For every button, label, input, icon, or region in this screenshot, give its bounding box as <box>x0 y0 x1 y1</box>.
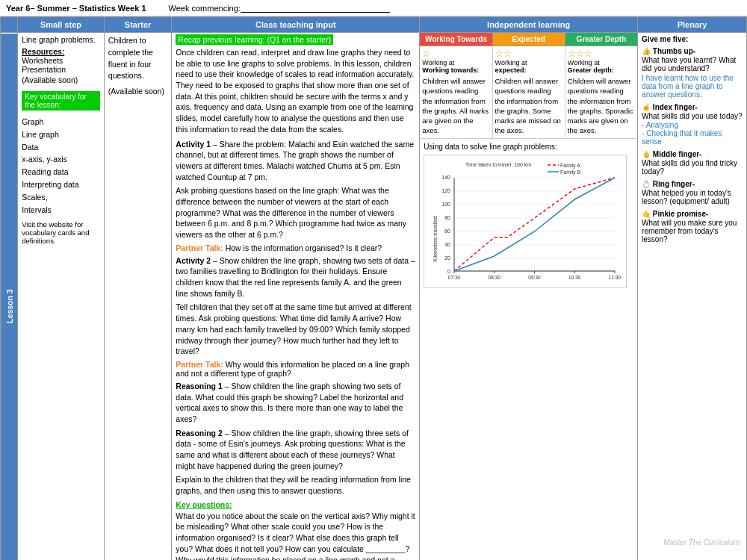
activity1-label: Activity 1 <box>176 140 211 149</box>
small-step-title: Line graph problems. <box>22 35 100 44</box>
vocab-reading-data: Reading data <box>22 166 100 178</box>
family-a-line <box>454 178 615 271</box>
wt-stars: ☆ <box>422 49 489 59</box>
partner-talk-1-text: How is the information organised? Is it … <box>226 243 382 252</box>
indep-bottom-text: Using data to solve line graph problems: <box>424 143 633 151</box>
index-blue-text-1: - Analysing <box>642 121 743 129</box>
reasoning2-label: Reasoning 2 <box>176 429 222 438</box>
probing-text: Ask probing questions based on the line … <box>176 185 415 240</box>
svg-text:Time: Time <box>529 281 540 282</box>
key-vocab-button: Key vocabulary for the lesson: <box>22 91 100 111</box>
activity1-text: Activity 1 – Share the problem: Malachi … <box>176 139 415 183</box>
line-chart: Time taken to travel: 100 km Family A Fa… <box>428 159 622 282</box>
index-section: ☝ Index finger- What skills did you use … <box>642 103 743 146</box>
family-b-line <box>454 178 615 271</box>
thumb-label: Thumbs up- <box>653 47 695 55</box>
svg-text:Kilometres travelled: Kilometres travelled <box>433 216 438 262</box>
wt-working-at: Working at <box>422 59 489 66</box>
reasoning1-text: Reasoning 1 – Show children the line gra… <box>176 381 415 425</box>
resources-label: Resources: <box>22 47 100 56</box>
thumb-text: What have you learnt? What did you under… <box>642 56 743 72</box>
tell-children-text: Tell children that they set off at the s… <box>176 302 415 356</box>
partner-talk-2-label: Partner Talk: <box>176 360 223 369</box>
recap-label: Recap previous learning: (Q1 on the star… <box>176 34 333 45</box>
middle-section: 🖕 Middle finger- What skills did you fin… <box>642 150 743 175</box>
exp-text: Children will answer questions reading t… <box>495 76 562 136</box>
reasoning1-label: Reasoning 1 <box>176 382 222 391</box>
available-soon: (Available soon) <box>22 75 100 84</box>
gd-desc: Greater depth: <box>568 66 635 74</box>
teaching-header: Class teaching input <box>172 17 420 33</box>
svg-text:Family B: Family B <box>560 169 581 175</box>
ring-label: Ring finger- <box>653 180 695 188</box>
explain-text: Explain to the children that they will b… <box>176 474 415 496</box>
main-content-row: Lesson 3 Line graph problems. Resources:… <box>1 33 747 561</box>
svg-text:40: 40 <box>445 242 451 247</box>
exp-stars: ☆☆ <box>495 49 562 59</box>
thumb-section: 👍 Thumbs up- What have you learnt? What … <box>642 47 743 99</box>
vocab-axes: x-axis, y-axis <box>22 153 100 166</box>
small-step-cell: Line graph problems. Resources: Workshee… <box>18 33 105 561</box>
activity2-text: Activity 2 – Show children the line grap… <box>176 255 415 299</box>
svg-text:60: 60 <box>445 228 451 234</box>
working-towards-content: ☆ Working at Working towards: Children w… <box>420 46 492 138</box>
activity2-label: Activity 2 <box>176 256 211 265</box>
chart-container: Time taken to travel: 100 km Family A Fa… <box>424 155 627 288</box>
activity2-desc: – Show children the line graph, showing … <box>176 256 415 298</box>
lesson-header <box>1 17 18 33</box>
exp-working-at: Working at <box>495 59 562 66</box>
starter-header: Starter <box>104 17 172 33</box>
week-underline <box>241 3 390 13</box>
ring-icon: 💍 <box>642 180 651 188</box>
vocab-interpreting-data: Interpreting data <box>22 178 100 191</box>
pinkie-text: What will you make sure you remember fro… <box>642 219 743 243</box>
index-blue-text-2: - Checking that it makes sense <box>642 129 743 146</box>
svg-text:Family A: Family A <box>560 163 580 169</box>
svg-text:100: 100 <box>442 202 451 207</box>
ring-section: 💍 Ring finger- What helped you in today'… <box>642 180 743 205</box>
svg-text:20: 20 <box>445 255 451 261</box>
expected-content: ☆☆ Working at expected: Children will an… <box>493 46 565 138</box>
starter-text: Children to complete the fluent in four … <box>108 35 168 82</box>
greater-depth-content: ☆☆☆ Working at Greater depth: Children w… <box>565 46 637 138</box>
watermark: Master The Curriculum <box>663 538 740 547</box>
starter-cell: Children to complete the fluent in four … <box>104 33 172 561</box>
index-label: Index finger- <box>653 103 698 111</box>
svg-text:140: 140 <box>442 175 451 180</box>
key-questions-label: Key questions: <box>176 500 415 509</box>
key-questions-text: What do you notice about the scale on th… <box>176 511 415 560</box>
svg-text:11:30: 11:30 <box>609 275 622 280</box>
greater-depth-header: Greater Depth <box>565 33 637 46</box>
vocab-scales: Scales, <box>22 191 100 204</box>
vocab-intervals: Intervals <box>22 204 100 217</box>
plenary-header: Plenary <box>638 17 747 33</box>
gd-working-at: Working at <box>568 59 635 66</box>
svg-text:10:30: 10:30 <box>568 275 581 280</box>
thumb-icon: 👍 <box>642 47 651 55</box>
document-title: Year 6– Summer – Statistics Week 1 <box>6 4 146 13</box>
main-content-table: Small step Starter Class teaching input … <box>0 16 747 560</box>
key-questions-block: Key questions: What do you notice about … <box>176 500 415 560</box>
pinkie-label: Pinkie promise- <box>653 210 708 218</box>
svg-text:120: 120 <box>442 188 451 193</box>
resource-presentation: Presentation <box>22 65 100 74</box>
svg-text:09:30: 09:30 <box>529 275 542 280</box>
reasoning2-text: Reasoning 2 – Show children the line gra… <box>176 428 415 472</box>
pinkie-icon: 🤙 <box>642 210 651 218</box>
teaching-cell: Recap previous learning: (Q1 on the star… <box>172 33 420 561</box>
vocab-graph: Graph <box>22 116 100 128</box>
svg-text:07:30: 07:30 <box>448 275 461 280</box>
starter-available: (Available soon) <box>108 87 168 96</box>
gd-text: Children will answer questions reading t… <box>568 76 635 136</box>
indep-sub-headers: Working Towards Expected Greater Depth <box>420 33 637 46</box>
main-teaching-text: Once children can read, interpret and dr… <box>176 47 415 135</box>
lesson-label: Lesson 3 <box>1 33 18 561</box>
partner-talk-1-label: Partner Talk: <box>176 243 223 252</box>
expected-header: Expected <box>493 33 565 46</box>
chart-title: Time taken to travel: 100 km <box>465 162 531 167</box>
vocab-data: Data <box>22 141 100 154</box>
gd-stars: ☆☆☆ <box>568 49 635 59</box>
middle-icon: 🖕 <box>642 150 651 158</box>
working-towards-header: Working Towards <box>420 33 492 46</box>
website-note: Visit the website for vocabulary cards a… <box>22 220 100 245</box>
